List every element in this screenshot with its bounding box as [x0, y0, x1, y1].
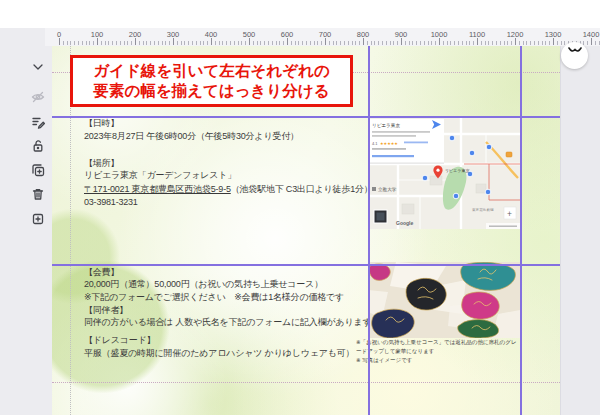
- gem-black: [406, 278, 446, 310]
- top-bar: [0, 0, 600, 28]
- caption-line2: ードアップして豪華になります: [356, 347, 526, 356]
- ruler-label: 100: [91, 30, 104, 39]
- ruler-label: 1300: [545, 30, 562, 39]
- guide-horizontal-middle[interactable]: [52, 264, 560, 266]
- map-info-title: リビエラ東京: [372, 123, 400, 128]
- ruler-label: 500: [243, 30, 256, 39]
- ruler-label: 600: [281, 30, 294, 39]
- fee-line2[interactable]: ※下記のフォームでご選択ください ※会費は1名様分の価格です: [84, 292, 344, 303]
- datetime-heading[interactable]: 【日時】: [84, 118, 119, 129]
- annotation-line1: ガイド線を引いて左右それぞれの: [93, 61, 330, 81]
- duplicate-page-icon[interactable]: [29, 161, 47, 179]
- address-link[interactable]: 〒171-0021 東京都豊島区西池袋5-9-5: [84, 184, 231, 194]
- guide-horizontal-top[interactable]: [52, 116, 560, 118]
- companion-heading[interactable]: 【同伴者】: [84, 305, 128, 316]
- datetime-line[interactable]: 2023年8月27日 午後6時00分（午後5時30分より受付）: [84, 131, 299, 142]
- map-theater-label: 東京芸術劇場: [472, 207, 494, 212]
- map-zoom-in-button[interactable]: +: [504, 207, 516, 219]
- map-info-card[interactable]: リビエラ東京 4.1 ★★★★★: [368, 119, 444, 164]
- design-canvas[interactable]: ガイド線を引いて左右それぞれの 要素の幅を揃えてはっきり分ける 【日時】 202…: [52, 46, 560, 415]
- gem-pink: [462, 292, 500, 319]
- place-heading[interactable]: 【場所】: [84, 158, 119, 169]
- address-rest: （池袋駅地下 C3出口より徒歩1分）: [231, 184, 373, 194]
- favor-photo[interactable]: [368, 262, 520, 338]
- companion-line[interactable]: 同伴の方がいる場合は 人数や氏名を下記のフォームに記入欄があります: [84, 317, 372, 328]
- caption-line1: ※「お祝いの気持ち上乗せコース」では返礼品の他に席札のグレ: [356, 338, 526, 347]
- address-line[interactable]: 〒171-0021 東京都豊島区西池袋5-9-5（池袋駅地下 C3出口より徒歩1…: [84, 184, 373, 195]
- ruler-label: 800: [357, 30, 370, 39]
- dresscode-heading[interactable]: 【ドレスコード】: [84, 335, 155, 346]
- guide-vertical-right[interactable]: [520, 46, 522, 415]
- annotation-callout[interactable]: ガイド線を引いて左右それぞれの 要素の幅を揃えてはっきり分ける: [70, 55, 353, 107]
- map-venue-label: リビエラ東京: [445, 168, 469, 173]
- map-rating-stars: ★★★★★: [380, 141, 398, 146]
- ruler-label: 1400: [583, 30, 600, 39]
- ruler-label: 400: [205, 30, 218, 39]
- design-editor-window: 0 100 200 300 400 500 600 700 800 900 10…: [0, 0, 600, 415]
- map-rating-value: 4.1: [372, 141, 378, 146]
- workspace-right-margin: [560, 46, 600, 415]
- ruler-label: 1200: [507, 30, 524, 39]
- horizontal-ruler[interactable]: 0 100 200 300 400 500 600 700 800 900 10…: [45, 28, 600, 47]
- ruler-label: 1100: [469, 30, 485, 39]
- ruler-label: 300: [167, 30, 180, 39]
- guide-vertical-center[interactable]: [368, 46, 370, 415]
- annotation-line2: 要素の幅を揃えてはっきり分ける: [93, 81, 329, 101]
- photo-caption[interactable]: ※「お祝いの気持ち上乗せコース」では返礼品の他に席札のグレ ードアップして豪華に…: [356, 338, 526, 365]
- collapse-button[interactable]: [561, 42, 588, 69]
- add-page-icon[interactable]: [29, 210, 47, 228]
- bird-chevron-icon: [568, 46, 582, 55]
- delete-page-icon[interactable]: [29, 185, 47, 203]
- ruler-label: 0: [57, 30, 61, 39]
- dresscode-line[interactable]: 平服（盛夏の時期に開催のためアロハシャツ かりゆしウェアも可）: [84, 348, 354, 359]
- margin-line-bottom: [52, 382, 560, 383]
- fee-line1[interactable]: 20,000円（通常）50,000円（お祝いの気持ち上乗せコース）: [84, 279, 323, 290]
- ruler-label: 1000: [431, 30, 448, 39]
- chevron-down-icon[interactable]: [29, 58, 47, 76]
- page-toolbar: [0, 46, 52, 415]
- map-image[interactable]: リビエラ東京 リビエラ東京 4.1 ★★★★★: [368, 116, 520, 229]
- caption-line3: ※ 写真はイメージです: [356, 356, 526, 365]
- venue-name-link[interactable]: リビエラ東京「ガーデンフォレスト」: [84, 170, 236, 181]
- fee-heading[interactable]: 【会費】: [84, 267, 119, 278]
- ruler-label: 200: [129, 30, 142, 39]
- lock-open-icon[interactable]: [29, 137, 47, 155]
- ruler-label: 900: [395, 30, 408, 39]
- ruler-major-ticks: [59, 38, 600, 45]
- visibility-off-icon[interactable]: [29, 88, 47, 106]
- ruler-label: 700: [319, 30, 332, 39]
- google-watermark: Google: [396, 220, 413, 226]
- phone-number[interactable]: 03-3981-3231: [84, 197, 138, 208]
- svg-text:+: +: [507, 209, 512, 219]
- gem-green: [458, 320, 499, 338]
- edit-notes-icon[interactable]: [29, 113, 47, 131]
